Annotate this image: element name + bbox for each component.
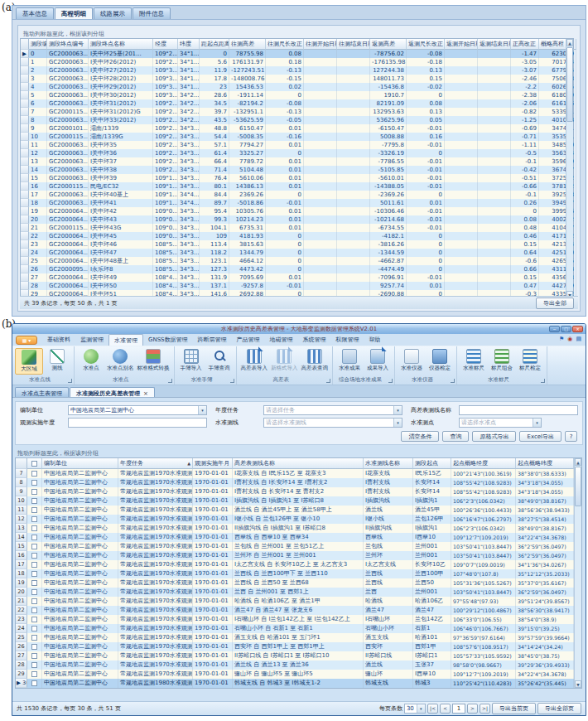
row-gutter[interactable] — [21, 141, 29, 149]
tab-active[interactable]: 高程明细 — [55, 7, 93, 19]
book-icon[interactable]: ▤ — [576, 336, 581, 343]
table-row[interactable]: 17中国地震局第二监测中心常规地震监测1970水准观测1970-01-01Ⅰ太乙… — [16, 560, 581, 569]
row-gutter[interactable]: 27 — [16, 651, 27, 661]
row-gutter[interactable]: ▶ 30 — [16, 679, 27, 688]
chevron-down-icon[interactable]: ▾ — [533, 419, 541, 427]
table-row[interactable]: 15GC2000063...Ⅰ关中环39109°1...34°3...76.45… — [21, 174, 573, 182]
table-row[interactable]: 12GC2000063...Ⅰ关中环36109°2...34°3...61.43… — [21, 149, 573, 157]
flag-icon[interactable]: ⚑ — [559, 336, 564, 343]
column-header[interactable]: 距起点距离 — [200, 39, 229, 50]
year-input[interactable] — [68, 418, 207, 428]
page-number-input[interactable]: 1 — [452, 704, 465, 714]
row-checkbox[interactable] — [27, 606, 42, 615]
column-header[interactable]: 往测尺长改正 — [266, 39, 304, 50]
table-row[interactable]: 25GC2000064...Ⅰ关中环48基上108°5...34°3...123… — [21, 257, 573, 265]
table-row[interactable]: 21中国地震局第二监测中心常规地震监测1970水准观测1970-01-01哈酒线… — [16, 597, 581, 606]
app-menu-button[interactable]: ▦ ▾ — [16, 336, 37, 345]
row-gutter[interactable]: ▶ — [21, 50, 29, 58]
row-checkbox[interactable] — [27, 542, 42, 551]
export-all-button[interactable]: 导出全部 — [536, 298, 574, 309]
row-checkbox[interactable] — [27, 496, 42, 506]
table-row[interactable]: 23GC2000064...Ⅰ关中环46108°5...34°3...113.4… — [21, 240, 573, 249]
column-header[interactable]: 编制单位 — [42, 458, 118, 469]
标尺组合-button[interactable]: 标尺组合 — [488, 348, 516, 373]
excel-export-button[interactable]: Excel导出 — [519, 431, 561, 442]
column-header[interactable]: 返测开始日期 — [445, 39, 478, 50]
table-row[interactable]: 25中国地震局第二监测中心常规地震监测1970水准观测1970-01-01酒玉支… — [16, 633, 581, 642]
dialog-launcher-icon[interactable] — [68, 379, 72, 383]
clear-conditions-button[interactable]: 清空条件 — [401, 431, 439, 442]
row-gutter[interactable] — [21, 108, 29, 116]
table-row[interactable]: 11GC2000063...Ⅰ关中环35109°2...34°3...57.17… — [21, 141, 573, 149]
ribbon-tab-item[interactable]: GNSS数据管理 — [143, 334, 193, 346]
水准标尺-button[interactable]: 水准标尺 — [460, 348, 488, 373]
export-all-pages-button[interactable]: 导出全部页 — [537, 703, 581, 714]
row-gutter[interactable]: 8 — [16, 478, 27, 487]
row-gutter[interactable] — [21, 133, 29, 141]
tab-item[interactable]: 线路展示 — [94, 7, 132, 19]
minimize-button[interactable]: ─ — [549, 326, 560, 332]
table-row[interactable]: 11中国地震局第二监测中心常规地震监测1970水准观测1970-01-01酒兰线… — [16, 506, 581, 515]
table-row[interactable]: 2GC2000063...Ⅰ关中环27(2012)109°3...34°1...… — [21, 66, 573, 75]
column-header[interactable]: 往测结束日期 — [337, 39, 370, 50]
close-tab-icon[interactable]: × — [143, 390, 148, 397]
vertical-scrollbar[interactable]: ▲ ▼ — [566, 39, 573, 298]
水准仪器-button[interactable]: 水准仪器 — [398, 348, 426, 373]
table-row[interactable]: 7中国地震局第二监测中心常规地震监测1970水准观测1970-01-01Ⅰ花寨支… — [16, 469, 581, 478]
成果导入-button[interactable]: 成果导入 — [364, 348, 392, 373]
table-row[interactable]: 5GC2000063...Ⅰ关中环30(2012)109°3...34°2...… — [21, 91, 573, 99]
table-row[interactable]: 8GC2000063...Ⅰ关中环33(2012)109°2...34°2...… — [21, 116, 573, 124]
table-row[interactable]: 20中国地震局第二监测中心常规地震监测1970水准观测1970-01-01兰西 … — [16, 588, 581, 597]
row-gutter[interactable]: 18 — [16, 569, 27, 578]
row-gutter[interactable]: 19 — [16, 578, 27, 588]
table-row[interactable]: 16GC2000115...民电/EC32109°1...34°3...80.1… — [21, 182, 573, 191]
column-header[interactable]: 水准测线名称 — [364, 458, 413, 469]
unit-combobox[interactable]: 中国地震局第二监测中心 ▾ — [68, 405, 207, 415]
row-gutter[interactable]: 22 — [16, 606, 27, 615]
table-row[interactable]: 27GC2000064...Ⅰ关中环49108°4...34°3...131.9… — [21, 273, 573, 282]
row-gutter[interactable] — [21, 215, 29, 224]
column-header[interactable]: 纬度 — [178, 39, 200, 50]
column-header[interactable]: 测段终点名称 — [89, 39, 153, 50]
row-gutter[interactable] — [21, 116, 29, 124]
row-checkbox[interactable] — [27, 578, 42, 588]
row-gutter[interactable] — [21, 282, 29, 290]
table-row[interactable]: 23中国地震局第二监测中心常规地震监测1970水准观测1970-01-01Ⅰ石嘴… — [16, 615, 581, 624]
info-icon[interactable]: ◉ — [567, 336, 572, 343]
table-row[interactable]: 22GC2000064...Ⅰ关中环45109°0...34°3...10941… — [21, 232, 573, 240]
table-row[interactable]: 1GC2000063...Ⅰ关中环26(2012)109°2...34°1...… — [21, 58, 573, 66]
row-checkbox[interactable] — [27, 506, 42, 515]
table-row[interactable]: 26中国地震局第二监测中心常规地震监测1970水准观测1970-01-01西安环… — [16, 642, 581, 651]
ribbon-tab-item[interactable]: 产品管理 — [232, 334, 265, 346]
table-row[interactable]: 9中国地震局第二监测中心常规地震监测1970水准观测1970-01-01Ⅰ曹村支… — [16, 487, 581, 496]
table-row[interactable]: ▶0GC2000063...Ⅰ关中环25基(201...109°2...34°1… — [21, 50, 573, 58]
row-gutter[interactable]: 28 — [16, 661, 27, 670]
column-header[interactable]: 测段编号 — [29, 39, 47, 50]
table-row[interactable]: ▶ 30中国地震局第二监测中心常规地震监测1980水准观测1970-01-01韩… — [16, 679, 581, 688]
query-button[interactable]: 查询 — [442, 431, 469, 442]
select-all-checkbox[interactable] — [27, 458, 42, 469]
dialog-launcher-icon[interactable] — [326, 379, 330, 383]
row-gutter[interactable]: 16 — [16, 551, 27, 560]
标准格式转换-button[interactable]: 标准格式转换 — [136, 348, 171, 373]
table-row[interactable]: 10中国地震局第二监测中心常规地震监测1970水准观测1970-01-01Ⅰ插旗… — [16, 496, 581, 506]
table-row[interactable]: 6GC2000063...Ⅰ关中环31(2012)109°2...34°2...… — [21, 99, 573, 108]
table-row[interactable]: 9GC2000101...灞南/1339109°2...34°3...48.86… — [21, 124, 573, 133]
table-row[interactable]: 18GC2000063...Ⅰ关中环41109°1...34°4...89.7-… — [21, 199, 573, 207]
row-gutter[interactable] — [21, 232, 29, 240]
测线-button[interactable]: 测线 — [43, 348, 71, 373]
row-checkbox[interactable] — [27, 615, 42, 624]
help-button[interactable]: ? — [565, 431, 577, 442]
ribbon-tab-active[interactable]: 水准管理 — [108, 334, 143, 346]
table-row[interactable]: 15中国地震局第二监测中心常规地震监测1970水准观测1970-01-01兰包线… — [16, 542, 581, 551]
ribbon-tab-item[interactable]: 地磁管理 — [265, 334, 298, 346]
dialog-launcher-icon[interactable] — [541, 379, 545, 383]
maximize-button[interactable]: □ — [561, 326, 571, 332]
column-header[interactable]: 返测尺长改正 — [407, 39, 445, 50]
row-gutter[interactable]: 14 — [16, 533, 27, 542]
doc-tab-active[interactable]: 水准测段历史高差表管理× — [70, 387, 155, 397]
scrollbar-thumb[interactable] — [566, 47, 573, 122]
row-gutter[interactable] — [21, 66, 29, 75]
scroll-up-icon[interactable]: ▲ — [575, 458, 581, 466]
row-gutter[interactable]: 23 — [16, 615, 27, 624]
